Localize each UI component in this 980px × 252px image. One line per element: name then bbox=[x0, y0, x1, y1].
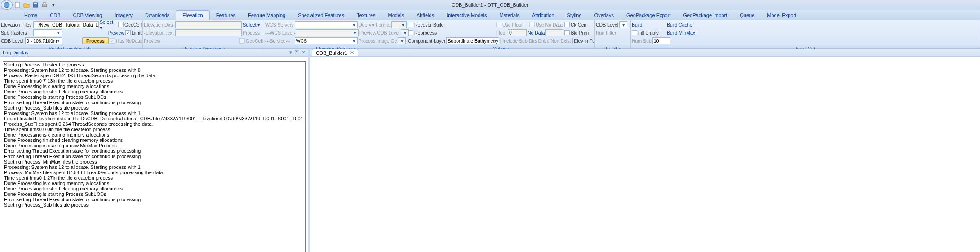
close-icon[interactable]: ✕ bbox=[302, 49, 306, 55]
tab-overlays[interactable]: Overlays bbox=[588, 11, 620, 20]
log-line: Error setting Thread Execution state for… bbox=[4, 197, 304, 202]
tab-attribution[interactable]: Attribution bbox=[526, 11, 561, 20]
log-header: Log Display ▾ ⇱ ✕ bbox=[0, 49, 308, 57]
log-line: Done Processing is starting a new MinMax… bbox=[4, 143, 304, 148]
tab-model-export[interactable]: Model Export bbox=[761, 11, 803, 20]
wcs-servers-input[interactable] bbox=[295, 21, 358, 28]
log-line: Starting Process_MinMaxTiles tile proces… bbox=[4, 159, 304, 164]
dropdown-icon[interactable]: ▾ bbox=[289, 49, 292, 55]
recover-build-checkbox[interactable] bbox=[408, 22, 413, 27]
document-tab[interactable]: CDB_Builder1 ✕ bbox=[312, 49, 358, 56]
new-icon[interactable] bbox=[13, 1, 22, 9]
tab-cdb-viewing[interactable]: CDB Viewing bbox=[67, 11, 109, 20]
recover-build-label: Recover Build bbox=[414, 22, 495, 27]
log-line: Process_MinMaxTiles spent 87.546 ThreadS… bbox=[4, 170, 304, 175]
cdb-level-input[interactable] bbox=[25, 37, 62, 44]
dirs-geocell-label: GeoCell bbox=[246, 38, 263, 44]
process-button[interactable]: Process bbox=[82, 37, 109, 44]
ribbon: Elevation Files Select ▾ GeoCell Sub Ras… bbox=[0, 20, 980, 49]
log-line: Done Processing is clearing memory alloc… bbox=[4, 84, 304, 89]
svg-rect-4 bbox=[42, 4, 47, 7]
print-icon[interactable] bbox=[40, 1, 49, 9]
format-label: Format bbox=[376, 22, 390, 27]
tab-styling[interactable]: Styling bbox=[561, 11, 588, 20]
dnld-non-exist-label: DnLd Non Exist bbox=[538, 38, 571, 44]
elevation-dirs-input bbox=[175, 21, 242, 28]
bld-prim-checkbox[interactable] bbox=[564, 30, 570, 35]
log-line: Done Processing finished clearing memory… bbox=[4, 89, 304, 94]
floor-input bbox=[508, 29, 527, 36]
tab-airfields[interactable]: Airfields bbox=[410, 11, 440, 20]
tab-interactive-models[interactable]: Interactive Models bbox=[440, 11, 493, 20]
geocell-checkbox[interactable] bbox=[118, 22, 124, 27]
sub-rasters-label: Sub Rasters bbox=[1, 30, 32, 35]
log-line: Time spent hms0 0 0in the tile createion… bbox=[4, 127, 304, 132]
tab-materials[interactable]: Materials bbox=[493, 11, 526, 20]
log-line: Error setting Thread Execution state for… bbox=[4, 148, 304, 154]
component-layer-input[interactable] bbox=[446, 37, 499, 44]
log-line: Time spent hms0 7 13in the tile createio… bbox=[4, 78, 304, 84]
log-line: Done Processing is clearing memory alloc… bbox=[4, 132, 304, 137]
fill-empty-checkbox[interactable] bbox=[632, 30, 637, 35]
geocell-label: GeoCell bbox=[124, 22, 142, 27]
preview-button[interactable]: Preview bbox=[107, 30, 124, 35]
pin-icon[interactable]: ⇱ bbox=[295, 49, 299, 55]
open-icon[interactable] bbox=[22, 1, 31, 9]
group-options: Recover Build Use Floor Use No Data Ck O… bbox=[407, 20, 595, 48]
sub-rasters-input[interactable] bbox=[33, 29, 62, 36]
tab-queue[interactable]: Queue bbox=[733, 11, 761, 20]
tab-cdb[interactable]: CDB bbox=[44, 11, 67, 20]
elev-in-ft-checkbox[interactable] bbox=[572, 38, 573, 44]
nodata-input bbox=[545, 29, 563, 36]
build-minmax-button[interactable]: Build MinMax bbox=[667, 30, 695, 35]
dirs-process-label: Process bbox=[243, 30, 260, 35]
app-orb[interactable] bbox=[1, 0, 13, 10]
tab-specialized-features[interactable]: Specialized Features bbox=[292, 11, 350, 20]
log-body[interactable]: Starting Process_Raster tile processProc… bbox=[3, 61, 306, 252]
use-nodata-label: Use No Data bbox=[536, 22, 563, 27]
refilter-cdb-level-label: CDB Level bbox=[596, 22, 618, 27]
tab-home[interactable]: Home bbox=[18, 11, 44, 20]
dirs-select-button[interactable]: Select ▾ bbox=[243, 22, 261, 27]
build-button[interactable]: Build bbox=[632, 22, 666, 27]
log-line: Done Processing is clearing memory alloc… bbox=[4, 181, 304, 186]
reprocess-checkbox[interactable] bbox=[408, 30, 413, 35]
build-cache-button[interactable]: Build Cache bbox=[667, 22, 692, 27]
service-label: ---Service--- bbox=[265, 38, 294, 44]
tab-elevation[interactable]: Elevation bbox=[176, 10, 209, 20]
svg-rect-5 bbox=[43, 3, 46, 4]
elevation-ext-input bbox=[175, 29, 242, 36]
num-sub-input[interactable] bbox=[652, 37, 670, 44]
tab-downloads[interactable]: Downloads bbox=[139, 11, 176, 20]
tab-feature-mapping[interactable]: Feature Mapping bbox=[242, 11, 292, 20]
ck-ocn-checkbox[interactable] bbox=[564, 22, 570, 27]
nodata-label[interactable]: No Data bbox=[528, 30, 545, 35]
ribbon-tabstrip: HomeCDBCDB ViewingImageryDownloadsElevat… bbox=[0, 10, 980, 20]
tab-features[interactable]: Features bbox=[210, 11, 242, 20]
title-bar: ▾ CDB_Builder1 - DTT_CDB_Builder bbox=[0, 0, 980, 10]
close-tab-icon[interactable]: ✕ bbox=[350, 50, 354, 56]
tab-imagery[interactable]: Imagery bbox=[108, 11, 139, 20]
document-canvas[interactable] bbox=[310, 57, 980, 252]
wcs-layer-label: ---WCS Layer- bbox=[265, 30, 295, 35]
format-input bbox=[391, 21, 407, 28]
group-single-elevation-files: Elevation Files Select ▾ GeoCell Sub Ras… bbox=[0, 20, 143, 48]
tab-geopackage-export[interactable]: GeoPackage Export bbox=[620, 11, 677, 20]
log-panel: Log Display ▾ ⇱ ✕ Starting Process_Raste… bbox=[0, 49, 310, 252]
use-nodata-checkbox bbox=[529, 22, 535, 27]
wcs-servers-label: WCS Servers bbox=[265, 22, 294, 27]
tab-geopackage-import[interactable]: GeoPackage Import bbox=[677, 11, 733, 20]
log-line: Found Invalid Elevation data in tile D:\… bbox=[4, 116, 304, 121]
tab-models[interactable]: Models bbox=[382, 11, 410, 20]
select-button[interactable]: Select ▾ bbox=[100, 19, 117, 30]
qat-dropdown-icon[interactable]: ▾ bbox=[49, 1, 58, 9]
save-icon[interactable] bbox=[31, 1, 40, 9]
component-layer-label: Component Layer bbox=[408, 38, 445, 44]
elevation-files-input[interactable] bbox=[33, 21, 99, 28]
limit-checkbox[interactable] bbox=[125, 30, 131, 35]
refilter-cdb-level-input[interactable] bbox=[619, 21, 627, 28]
num-sub-label: Num Sub bbox=[632, 38, 652, 44]
tab-textures[interactable]: Textures bbox=[350, 11, 382, 20]
has-nodata-checkbox bbox=[110, 38, 115, 44]
service-input[interactable] bbox=[295, 37, 358, 44]
